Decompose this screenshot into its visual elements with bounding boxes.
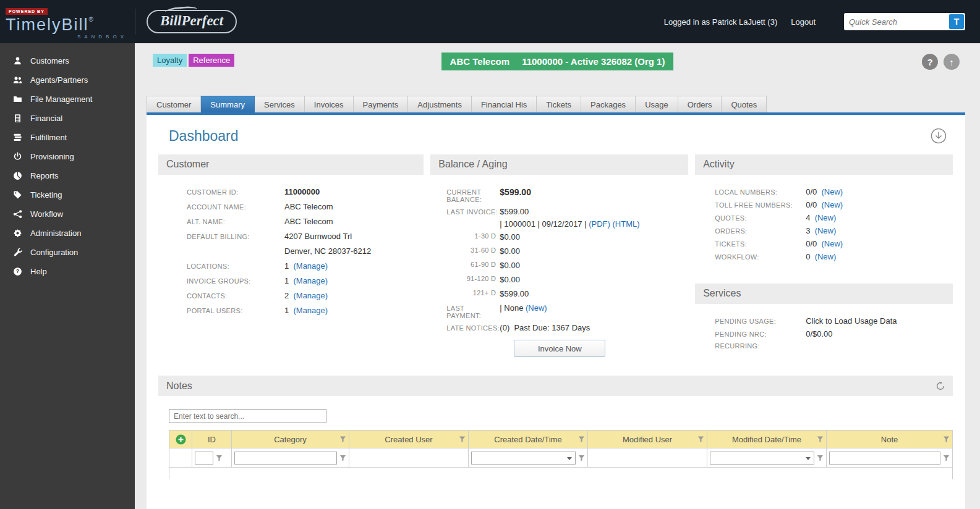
- people-icon: [13, 75, 22, 85]
- refresh-icon[interactable]: [936, 382, 945, 390]
- loyalty-tag[interactable]: Loyalty: [153, 54, 187, 67]
- new-local-number-link[interactable]: (New): [821, 187, 843, 196]
- tab-services[interactable]: Services: [255, 96, 305, 112]
- new-payment-link[interactable]: (New): [526, 303, 547, 313]
- sidebar-item-help[interactable]: ? Help: [0, 262, 135, 281]
- sidebar-item-financial[interactable]: Financial: [0, 109, 135, 128]
- column-header-modified-user[interactable]: Modified User: [588, 431, 707, 448]
- filter-icon[interactable]: [943, 455, 950, 461]
- filter-icon[interactable]: [459, 436, 466, 443]
- notes-section: Notes ID Category: [158, 376, 953, 479]
- add-note-button[interactable]: [176, 434, 186, 445]
- quick-search-input[interactable]: [844, 17, 949, 27]
- manage-portal-users-link[interactable]: (Manage): [293, 306, 328, 315]
- new-workflow-link[interactable]: (New): [815, 252, 837, 261]
- filter-icon[interactable]: [697, 436, 704, 443]
- new-order-link[interactable]: (New): [815, 226, 837, 235]
- tab-payments[interactable]: Payments: [354, 96, 409, 112]
- scroll-top-button[interactable]: ↑: [944, 54, 960, 70]
- sidebar-item-workflow[interactable]: Workflow: [0, 204, 135, 224]
- billing-address: 4207 Burnwood Trl Denver, NC 28037-6212: [284, 232, 371, 256]
- environment-label: SANDBOX: [6, 34, 130, 40]
- help-button[interactable]: ?: [922, 54, 938, 70]
- column-header-created-user[interactable]: Created User: [349, 431, 469, 448]
- filter-category-input[interactable]: [234, 452, 337, 465]
- filter-icon[interactable]: [339, 436, 346, 443]
- load-usage-data-action[interactable]: Click to Load Usage Data: [806, 316, 897, 326]
- field-label: DEFAULT BILLING:: [187, 233, 284, 240]
- header-right-area: Logged in as Patrick LaJuett (3) Logout …: [664, 13, 980, 30]
- filter-icon[interactable]: [817, 455, 824, 461]
- late-notices-row: LATE NOTICES: (0) Past Due: 1367 Days: [446, 323, 688, 332]
- filter-icon[interactable]: [943, 436, 950, 443]
- tab-financial-history[interactable]: Financial His: [472, 96, 537, 112]
- tab-usage[interactable]: Usage: [636, 96, 678, 112]
- search-button[interactable]: T: [949, 14, 964, 29]
- manage-invoice-groups-link[interactable]: (Manage): [293, 276, 328, 285]
- invoice-html-link[interactable]: (HTML): [613, 219, 640, 229]
- sidebar-item-label: Fulfillment: [30, 133, 67, 142]
- timelybill-logo[interactable]: POWERED BY TimelyBill® SANDBOX: [0, 4, 130, 40]
- sidebar-item-file-management[interactable]: File Management: [0, 90, 135, 109]
- column-header-note[interactable]: Note: [827, 431, 953, 448]
- notes-heading-bar: Notes: [158, 376, 953, 396]
- sidebar-item-reports[interactable]: Reports: [0, 166, 135, 185]
- sidebar-item-customers[interactable]: Customers: [0, 51, 135, 70]
- filter-note-input[interactable]: [829, 452, 940, 465]
- manage-locations-link[interactable]: (Manage): [293, 261, 328, 271]
- filter-id-input[interactable]: [195, 452, 213, 465]
- last-invoice-amount: $599.00: [500, 207, 639, 216]
- filter-icon[interactable]: [339, 455, 346, 461]
- tab-quotes[interactable]: Quotes: [722, 96, 767, 112]
- filter-icon[interactable]: [578, 436, 585, 443]
- filter-modified-date-select[interactable]: [710, 452, 814, 465]
- sidebar-item-provisioning[interactable]: Provisioning: [0, 147, 135, 166]
- filter-icon[interactable]: [216, 455, 223, 461]
- tab-orders[interactable]: Orders: [678, 96, 722, 112]
- column-header-id[interactable]: ID: [192, 431, 232, 448]
- notes-table: ID Category Created User Created Date/Ti…: [169, 430, 953, 479]
- header-divider: [135, 9, 135, 35]
- last-payment-value: | None (New): [500, 303, 547, 319]
- new-quote-link[interactable]: (New): [815, 213, 837, 222]
- services-section-heading: Services: [695, 284, 953, 304]
- new-ticket-link[interactable]: (New): [821, 239, 843, 248]
- tab-packages[interactable]: Packages: [581, 96, 636, 112]
- default-billing-row: DEFAULT BILLING: 4207 Burnwood Trl Denve…: [187, 232, 424, 256]
- tab-customer[interactable]: Customer: [147, 96, 201, 112]
- sidebar-item-fulfillment[interactable]: Fulfillment: [0, 128, 135, 147]
- tab-summary[interactable]: Summary: [201, 96, 255, 112]
- filter-created-date-select[interactable]: [471, 452, 576, 465]
- notes-search-input[interactable]: [169, 409, 326, 423]
- sidebar-item-configuration[interactable]: Configuration: [0, 243, 135, 262]
- filter-icon[interactable]: [578, 455, 585, 461]
- column-header-modified-date[interactable]: Modified Date/Time: [707, 431, 827, 448]
- sidebar-item-ticketing[interactable]: Ticketing: [0, 185, 135, 204]
- manage-contacts-link[interactable]: (Manage): [293, 291, 328, 300]
- sidebar-item-administration[interactable]: Administration: [0, 224, 135, 243]
- calculator-icon: [13, 114, 22, 123]
- field-label: CURRENT BALANCE:: [446, 187, 500, 203]
- notes-body: ID Category Created User Created Date/Ti…: [158, 396, 953, 479]
- field-value: ABC Telecom: [284, 202, 333, 211]
- tab-tickets[interactable]: Tickets: [537, 96, 581, 112]
- tab-invoices[interactable]: Invoices: [305, 96, 354, 112]
- tab-adjustments[interactable]: Adjustments: [408, 96, 472, 112]
- brand-wordmark: TimelyBill®: [6, 17, 130, 33]
- balance-section-heading: Balance / Aging: [430, 154, 688, 175]
- column-header-created-date[interactable]: Created Date/Time: [469, 431, 588, 448]
- last-invoice-value: $599.00 | 1000001 | 09/12/2017 | (PDF) (…: [500, 207, 639, 229]
- reference-tag[interactable]: Reference: [189, 54, 234, 67]
- column-header-category[interactable]: Category: [232, 431, 349, 448]
- export-download-icon[interactable]: [931, 128, 947, 144]
- invoice-pdf-link[interactable]: (PDF): [589, 219, 610, 229]
- filter-icon[interactable]: [817, 436, 824, 443]
- locations-row: LOCATIONS: 1 (Manage): [187, 261, 424, 271]
- new-toll-free-link[interactable]: (New): [821, 200, 843, 209]
- current-balance-row: CURRENT BALANCE: $599.00: [446, 187, 688, 203]
- logout-link[interactable]: Logout: [791, 17, 816, 27]
- invoice-now-button[interactable]: Invoice Now: [514, 340, 605, 357]
- sidebar-item-agents-partners[interactable]: Agents/Partners: [0, 70, 135, 90]
- search-button-icon: T: [954, 17, 960, 27]
- sidebar-item-label: Provisioning: [30, 152, 74, 161]
